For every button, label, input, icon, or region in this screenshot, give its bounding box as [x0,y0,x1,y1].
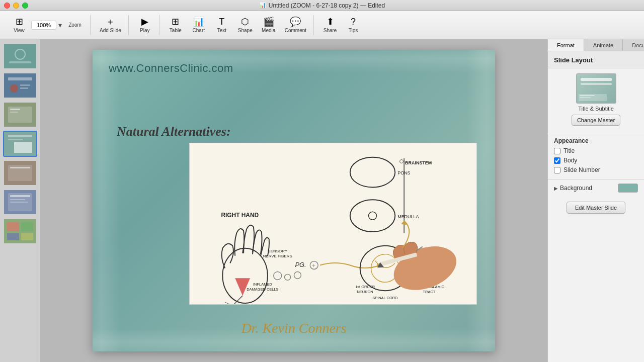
svg-text:1st ORDER: 1st ORDER [355,285,375,289]
play-icon: ▶ [141,17,148,26]
layout-preview-section: Title & Subtitle Change Master [548,68,644,134]
svg-text:PG.: PG. [295,261,306,268]
panel-title: Slide Layout [548,51,644,68]
background-label: Background [560,185,592,192]
svg-text:PONS: PONS [397,170,410,175]
slide-url: www.ConnersClinic.com [109,62,233,75]
table-icon: ⊞ [172,17,179,26]
text-button[interactable]: T Text [211,15,233,35]
title-checkbox-label: Title [564,147,575,154]
slide-author: Dr. Kevin Conners [241,320,346,336]
title-checkbox-row: Title [554,147,638,154]
add-slide-button[interactable]: ＋ Add Slide [96,15,125,35]
slide-subtitle: Natural Alternatives: [117,124,231,139]
change-master-button[interactable]: Change Master [572,115,620,126]
tab-document[interactable]: Document [623,39,644,51]
svg-rect-13 [8,135,32,137]
right-panel: Format Animate Document Slide Layout Tit… [547,39,644,362]
body-checkbox-label: Body [564,157,577,164]
slide-thumb-7[interactable] [3,218,37,244]
edit-master-button[interactable]: Edit Master Slide [567,202,625,214]
svg-text:NERVE FIBERS: NERVE FIBERS [263,254,292,258]
svg-text:INFLAMED: INFLAMED [253,282,272,287]
svg-rect-2 [9,61,31,63]
slide-thumb-4[interactable] [3,131,37,157]
slide-thumb-6[interactable] [3,189,37,215]
share-icon: ⬆ [327,17,334,26]
svg-rect-11 [10,112,18,113]
svg-text:TRACT: TRACT [423,290,435,294]
svg-rect-14 [8,139,23,140]
tips-icon: ? [351,17,356,26]
share-button[interactable]: ⬆ Share [319,15,341,35]
chart-icon: 📊 [193,17,204,26]
media-icon: 🎬 [263,17,274,26]
svg-text:MEDULLA: MEDULLA [397,214,419,219]
svg-text:RIGHT HAND: RIGHT HAND [221,212,259,219]
zoom-button[interactable]: Zoom [64,20,86,30]
comment-button[interactable]: 💬 Comment [281,15,310,35]
insert-group: ⊞ Table 📊 Chart T Text ⬡ Shape 🎬 Media 💬… [162,15,314,35]
traffic-lights [4,3,28,9]
svg-rect-7 [20,87,28,89]
tab-animate[interactable]: Animate [584,39,623,51]
svg-text:NEURON: NEURON [357,290,373,294]
layout-preview-thumbnail [576,73,616,104]
slide-number-checkbox[interactable] [554,167,560,173]
svg-rect-67 [580,97,591,98]
play-button[interactable]: ▶ Play [134,15,156,35]
tips-button[interactable]: ? Tips [342,15,364,35]
add-slide-group: ＋ Add Slide [93,15,129,35]
shape-button[interactable]: ⬡ Shape [234,15,257,35]
svg-rect-10 [10,109,20,110]
table-button[interactable]: ⊞ Table [165,15,187,35]
tab-format[interactable]: Format [548,39,584,51]
svg-rect-23 [10,202,28,203]
background-collapse-arrow[interactable]: ▶ [554,186,558,191]
svg-rect-22 [10,199,25,200]
view-button[interactable]: ⊞ View [8,15,30,35]
svg-rect-0 [4,44,36,68]
layout-name: Title & Subtitle [578,106,614,112]
add-slide-icon: ＋ [106,17,115,26]
view-icon: ⊞ [16,17,23,26]
svg-rect-15 [14,142,32,153]
main-area: www.ConnersClinic.com Natural Alternativ… [0,39,644,362]
slide-panel [0,39,40,362]
close-button[interactable] [4,3,10,9]
slide-thumb-2[interactable] [3,72,37,99]
titlebar: 📊 Untitled (ZOOM - 6-27-18 copy 2) — Edi… [0,0,644,11]
slide-canvas[interactable]: www.ConnersClinic.com Natural Alternativ… [93,50,495,351]
svg-text:DAMAGED CELLS: DAMAGED CELLS [247,287,278,292]
text-icon: T [219,17,224,26]
zoom-value[interactable]: 100% [31,21,56,30]
svg-text:BRAINSTEM: BRAINSTEM [405,160,432,165]
svg-rect-26 [21,222,33,231]
slide-image: BRAINSTEM PONS MEDULLA RIGHT HAND [189,143,477,305]
background-color-swatch[interactable] [618,184,638,193]
background-section: ▶ Background [548,179,644,197]
window-title: 📊 Untitled (ZOOM - 6-27-18 copy 2) — Edi… [259,2,385,9]
svg-rect-18 [10,167,30,168]
slide-thumb-1[interactable] [3,43,37,69]
slide-thumb-5[interactable] [3,160,37,186]
appearance-section: Appearance Title Body Slide Number [548,134,644,179]
slide-thumb-3[interactable] [3,102,37,128]
play-group: ▶ Play [131,15,159,35]
slide-drawing: BRAINSTEM PONS MEDULLA RIGHT HAND [190,143,476,304]
canvas-area: www.ConnersClinic.com Natural Alternativ… [40,39,547,362]
body-checkbox-row: Body [554,157,638,164]
background-label-row: ▶ Background [554,185,592,192]
maximize-button[interactable] [22,3,28,9]
svg-text:SPINAL CORD: SPINAL CORD [372,296,398,300]
chart-button[interactable]: 📊 Chart [188,15,210,35]
svg-rect-27 [7,233,19,240]
format-tabbar: Format Animate Document [548,39,644,51]
minimize-button[interactable] [13,3,19,9]
title-checkbox[interactable] [554,148,560,154]
toolbar: ⊞ View 100% ▾ Zoom ＋ Add Slide ▶ Play ⊞ … [0,11,644,39]
media-button[interactable]: 🎬 Media [258,15,280,35]
zoom-label: ▾ [57,20,63,30]
body-checkbox[interactable] [554,157,560,164]
svg-point-5 [10,84,18,93]
